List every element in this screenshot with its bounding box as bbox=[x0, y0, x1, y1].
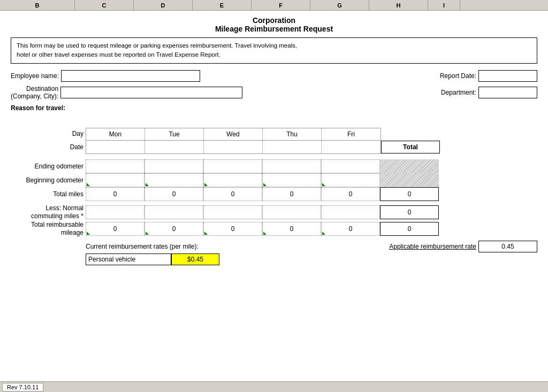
employee-name-input[interactable] bbox=[61, 70, 200, 82]
department-label: Department: bbox=[441, 89, 476, 96]
date-fri-input[interactable] bbox=[322, 141, 380, 153]
title-line2: Mileage Reimbursement Request bbox=[11, 25, 537, 33]
applicable-rate-label: Applicable reimbursement rate bbox=[361, 243, 478, 250]
info-text-line1: This form may be used to request mileage… bbox=[17, 41, 531, 50]
col-header-C: C bbox=[75, 0, 134, 10]
destination-label: Destination (Company, City): bbox=[11, 85, 58, 100]
total-miles-fri: 0 bbox=[321, 187, 380, 201]
ending-odo-thu[interactable] bbox=[262, 159, 321, 173]
less-commuting-label: Less: Normalcommuting miles * bbox=[11, 204, 86, 221]
employee-name-label: Employee name: bbox=[11, 72, 59, 80]
applicable-rate-value: 0.45 bbox=[478, 241, 537, 252]
department-input[interactable] bbox=[478, 87, 537, 98]
col-header-H: H bbox=[369, 0, 428, 10]
column-headers: B C D E F G H I bbox=[0, 0, 548, 11]
destination-input[interactable] bbox=[60, 87, 242, 98]
form-container: Corporation Mileage Reimbursement Reques… bbox=[0, 11, 548, 271]
date-row-label: Date bbox=[11, 143, 86, 151]
less-commuting-fri[interactable] bbox=[321, 205, 380, 219]
total-miles-thu: 0 bbox=[262, 187, 321, 201]
less-commuting-mon[interactable] bbox=[86, 205, 144, 219]
less-commuting-thu[interactable] bbox=[262, 205, 321, 219]
col-header-F: F bbox=[252, 0, 310, 10]
less-commuting-wed[interactable] bbox=[203, 205, 262, 219]
day-mon: Mon bbox=[86, 128, 145, 140]
date-tue-input[interactable] bbox=[145, 141, 204, 153]
ending-odo-fri[interactable] bbox=[321, 159, 380, 173]
ending-odo-total-hatched bbox=[380, 159, 439, 173]
total-miles-total: 0 bbox=[380, 187, 439, 201]
col-header-B: B bbox=[0, 0, 75, 10]
total-reimb-wed: 0 bbox=[203, 222, 262, 236]
info-text-line2: hotel or other travel expenses must be r… bbox=[17, 50, 531, 59]
date-wed-input[interactable] bbox=[204, 141, 263, 153]
total-reimbursable-label: Total reimbursablemileage bbox=[11, 221, 86, 237]
col-header-G: G bbox=[310, 0, 369, 10]
total-header: Total bbox=[381, 141, 440, 153]
beginning-odo-mon[interactable] bbox=[86, 173, 144, 187]
beginning-odometer-label: Beginning odometer bbox=[11, 176, 86, 184]
date-thu-input[interactable] bbox=[263, 141, 322, 153]
tab-rev[interactable]: Rev 7.10.11 bbox=[2, 383, 43, 391]
day-fri: Fri bbox=[322, 128, 380, 140]
date-mon-input[interactable] bbox=[86, 141, 145, 153]
total-miles-wed: 0 bbox=[203, 187, 262, 201]
total-miles-mon: 0 bbox=[86, 187, 144, 201]
total-reimb-fri: 0 bbox=[321, 222, 380, 236]
title-line1: Corporation bbox=[11, 16, 537, 25]
total-miles-label: Total miles bbox=[11, 190, 86, 198]
less-commuting-total: 0 bbox=[380, 205, 439, 219]
ending-odometer-label: Ending odometer bbox=[11, 163, 86, 170]
day-tue: Tue bbox=[145, 128, 204, 140]
reason-section: Reason for travel: bbox=[11, 104, 537, 112]
report-date-label: Report Date: bbox=[440, 72, 476, 80]
less-commuting-tue[interactable] bbox=[144, 205, 203, 219]
tab-bar: Rev 7.10.11 bbox=[0, 381, 548, 392]
day-row-label: Day bbox=[11, 130, 86, 137]
day-thu: Thu bbox=[263, 128, 322, 140]
beginning-odo-total-hatched bbox=[380, 173, 439, 187]
ending-odo-mon[interactable] bbox=[86, 159, 144, 173]
total-reimb-tue: 0 bbox=[144, 222, 203, 236]
day-wed: Wed bbox=[204, 128, 263, 140]
ending-odo-tue[interactable] bbox=[144, 159, 203, 173]
beginning-odo-wed[interactable] bbox=[203, 173, 262, 187]
title-section: Corporation Mileage Reimbursement Reques… bbox=[11, 16, 537, 33]
personal-vehicle-label: Personal vehicle bbox=[86, 253, 171, 265]
col-header-I: I bbox=[428, 0, 460, 10]
info-box: This form may be used to request mileage… bbox=[11, 37, 537, 64]
personal-vehicle-value: $0.45 bbox=[171, 253, 219, 265]
reason-label: Reason for travel: bbox=[11, 104, 65, 112]
total-reimb-total: 0 bbox=[380, 222, 439, 236]
current-rates-label: Current reimbursement rates (per mile): bbox=[86, 243, 199, 250]
report-date-input[interactable] bbox=[478, 70, 537, 82]
ending-odo-wed[interactable] bbox=[203, 159, 262, 173]
beginning-odo-fri[interactable] bbox=[321, 173, 380, 187]
total-reimb-mon: 0 bbox=[86, 222, 144, 236]
spreadsheet-container: B C D E F G H I Corporation Mileage Reim… bbox=[0, 0, 548, 392]
col-header-D: D bbox=[134, 0, 193, 10]
total-miles-tue: 0 bbox=[144, 187, 203, 201]
total-reimb-thu: 0 bbox=[262, 222, 321, 236]
col-header-E: E bbox=[193, 0, 252, 10]
beginning-odo-thu[interactable] bbox=[262, 173, 321, 187]
beginning-odo-tue[interactable] bbox=[144, 173, 203, 187]
